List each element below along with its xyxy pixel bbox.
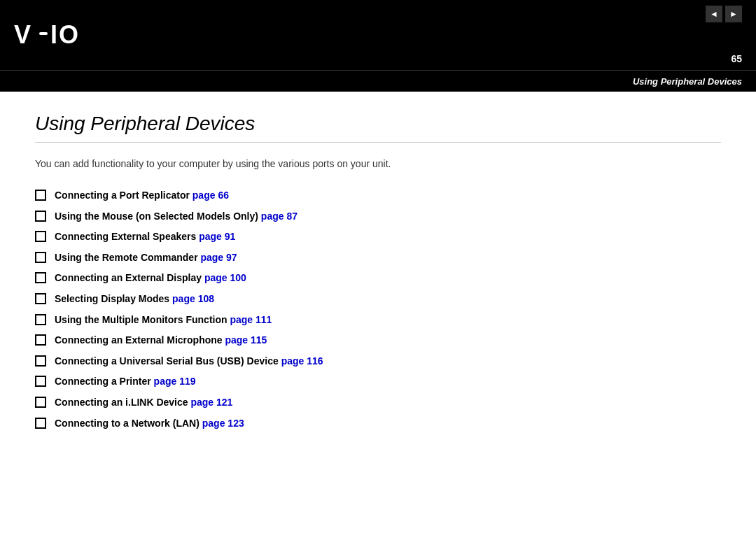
toc-item: Connecting an External Display page 100 (35, 271, 721, 285)
checkbox-icon (35, 355, 46, 367)
prev-arrow[interactable]: ◄ (706, 6, 722, 22)
checkbox-icon (35, 397, 46, 408)
toc-item-text: Connecting External Speakers page 91 (55, 230, 235, 244)
checkbox-icon (35, 293, 46, 304)
toc-item-link[interactable]: page 97 (200, 252, 237, 263)
prev-arrow-icon: ◄ (710, 9, 718, 19)
intro-text: You can add functionality to your comput… (35, 157, 721, 171)
nav-arrows[interactable]: ◄ ► (706, 6, 742, 22)
toc-item-text: Connecting an External Microphone page 1… (55, 334, 267, 348)
page-number: 65 (731, 53, 742, 64)
toc-item-link[interactable]: page 108 (172, 293, 214, 304)
toc-item-text: Using the Remote Commander page 97 (55, 251, 237, 265)
toc-item-link[interactable]: page 66 (192, 190, 229, 201)
toc-item: Using the Multiple Monitors Function pag… (35, 313, 721, 327)
toc-item: Using the Mouse (on Selected Models Only… (35, 210, 721, 224)
checkbox-icon (35, 211, 46, 222)
toc-item-link[interactable]: page 116 (281, 355, 323, 367)
page-title: Using Peripheral Devices (35, 113, 721, 143)
header-right: ◄ ► 65 (706, 0, 742, 70)
toc-item-link[interactable]: page 119 (154, 376, 196, 387)
toc-item: Selecting Display Modes page 108 (35, 292, 721, 306)
toc-item: Connecting a Universal Serial Bus (USB) … (35, 355, 721, 369)
main-content: Using Peripheral Devices You can add fun… (0, 92, 756, 458)
toc-item-link[interactable]: page 87 (261, 211, 298, 222)
checkbox-icon (35, 376, 46, 387)
toc-item-link[interactable]: page 121 (190, 397, 232, 408)
next-arrow[interactable]: ► (725, 6, 742, 22)
header-title-bar: Using Peripheral Devices (0, 70, 756, 92)
toc-item-link[interactable]: page 100 (204, 272, 246, 283)
toc-item-text: Using the Mouse (on Selected Models Only… (55, 210, 298, 224)
checkbox-icon (35, 314, 46, 325)
toc-item: Connecting a Port Replicator page 66 (35, 189, 721, 203)
toc-item-link[interactable]: page 115 (225, 334, 267, 346)
toc-item-text: Connecting to a Network (LAN) page 123 (55, 417, 244, 431)
toc-item: Connecting a Printer page 119 (35, 375, 721, 389)
toc-item-text: Connecting a Port Replicator page 66 (55, 189, 229, 203)
header-bar: V IO ◄ ► 65 (0, 0, 756, 70)
header-subtitle: Using Peripheral Devices (633, 76, 742, 87)
toc-item: Using the Remote Commander page 97 (35, 251, 721, 265)
toc-item-link[interactable]: page 111 (230, 314, 272, 325)
toc-item-link[interactable]: page 91 (199, 231, 235, 242)
toc-item: Connecting External Speakers page 91 (35, 230, 721, 244)
toc-list: Connecting a Port Replicator page 66Usin… (35, 189, 721, 430)
toc-item: Connecting to a Network (LAN) page 123 (35, 417, 721, 431)
checkbox-icon (35, 334, 46, 346)
checkbox-icon (35, 252, 46, 263)
checkbox-icon (35, 272, 46, 283)
toc-item-text: Connecting an External Display page 100 (55, 271, 246, 285)
svg-rect-1 (39, 32, 48, 35)
toc-item-text: Connecting a Universal Serial Bus (USB) … (55, 355, 323, 369)
checkbox-icon (35, 190, 46, 201)
toc-item-text: Using the Multiple Monitors Function pag… (55, 313, 272, 327)
toc-item-text: Connecting a Printer page 119 (55, 375, 196, 389)
toc-item-link[interactable]: page 123 (202, 418, 244, 429)
toc-item-text: Connecting an i.LINK Device page 121 (55, 396, 232, 410)
checkbox-icon (35, 231, 46, 242)
vaio-logo: V IO (14, 21, 98, 49)
toc-item: Connecting an External Microphone page 1… (35, 334, 721, 348)
svg-text:V: V (14, 21, 32, 49)
toc-item: Connecting an i.LINK Device page 121 (35, 396, 721, 410)
toc-item-text: Selecting Display Modes page 108 (55, 292, 214, 306)
next-arrow-icon: ► (729, 9, 738, 19)
svg-text:IO: IO (50, 21, 80, 49)
checkbox-icon (35, 418, 46, 429)
